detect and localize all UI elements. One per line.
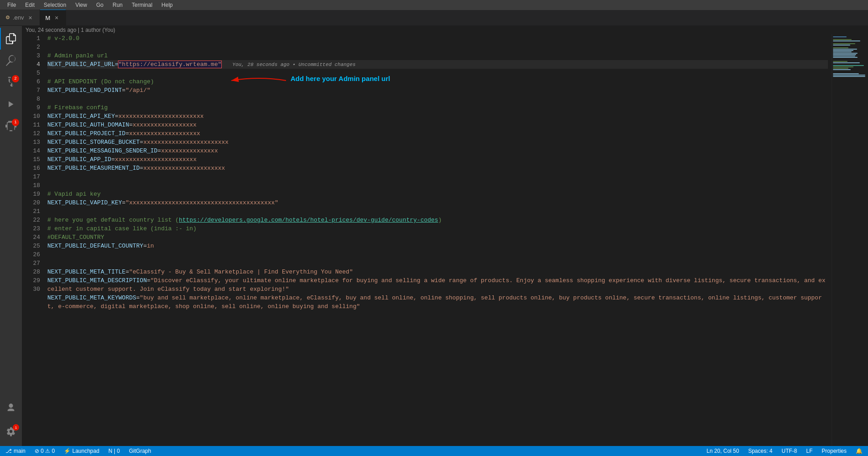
branch-label: main <box>14 448 26 454</box>
code-line[interactable]: NEXT_PUBLIC_API_KEY=xxxxxxxxxxxxxxxxxxxx… <box>47 112 828 121</box>
menu-terminal[interactable]: Terminal <box>128 1 156 9</box>
tab-env-label: .env <box>13 14 24 21</box>
code-line[interactable]: # API ENDPOINT (Do not change) <box>47 77 828 86</box>
gitgraph-label: GitGraph <box>129 448 151 454</box>
activity-bar: 2 1 1 <box>0 26 22 446</box>
activity-account[interactable] <box>0 397 22 419</box>
status-notifications[interactable]: 🔔 <box>854 446 864 456</box>
env-icon: ⚙ <box>5 15 10 20</box>
line-number: 21 <box>29 207 40 216</box>
status-launchpad[interactable]: ⚡ Launchpad <box>62 446 101 456</box>
code-line[interactable] <box>47 69 828 77</box>
errors-label: ⊘ 0 ⚠ 0 <box>35 448 55 454</box>
tab-m-label: M <box>46 15 51 21</box>
minimap-content <box>832 34 868 79</box>
code-line[interactable]: NEXT_PUBLIC_AUTH_DOMAIN=xxxxxxxxxxxxxxxx… <box>47 121 828 129</box>
code-line[interactable]: NEXT_PUBLIC_MESSAGING_SENDER_ID=xxxxxxxx… <box>47 147 828 155</box>
code-line[interactable]: NEXT_PUBLIC_META_KEYWORDS="buy and sell … <box>47 294 828 311</box>
code-line[interactable]: # Vapid api key <box>47 190 828 198</box>
code-line[interactable]: # enter in capital case like (india :- i… <box>47 224 828 233</box>
activity-files[interactable] <box>0 28 22 50</box>
status-left: ⎇ main ⊘ 0 ⚠ 0 ⚡ Launchpad N | 0 GitGrap… <box>4 446 153 456</box>
line-number: 6 <box>29 77 40 86</box>
main-layout: 2 1 1 You, 24 seconds ago | 1 author (Yo… <box>0 26 868 446</box>
tab-env[interactable]: ⚙ .env × <box>0 10 40 25</box>
status-errors[interactable]: ⊘ 0 ⚠ 0 <box>33 446 56 456</box>
tab-m-close[interactable]: × <box>53 14 60 21</box>
menu-help[interactable]: Help <box>158 1 177 9</box>
activity-settings[interactable]: 1 <box>0 421 22 442</box>
line-number: 3 <box>29 51 40 60</box>
spaces-label: Spaces: 4 <box>748 448 772 454</box>
code-line[interactable] <box>47 250 828 259</box>
code-line[interactable]: NEXT_PUBLIC_META_TITLE="eClassify - Buy … <box>47 268 828 276</box>
code-line[interactable]: NEXT_PUBLIC_META_DESCRIPTION="Discover e… <box>47 276 828 294</box>
status-eol[interactable]: LF <box>804 446 814 456</box>
line-number: 22 <box>29 216 40 224</box>
activity-extensions[interactable]: 1 <box>0 115 22 137</box>
line-number: 13 <box>29 138 40 147</box>
code-line[interactable]: NEXT_PUBLIC_DEFAULT_COUNTRY=in <box>47 242 828 250</box>
status-gitgraph[interactable]: GitGraph <box>127 446 153 456</box>
position-label: Ln 20, Col 50 <box>707 448 739 454</box>
menu-edit[interactable]: Edit <box>21 1 38 9</box>
line-number: 10 <box>29 112 40 121</box>
code-line[interactable]: NEXT_PUBLIC_MEASUREMENT_ID=xxxxxxxxxxxxx… <box>47 164 828 172</box>
menu-run[interactable]: Run <box>109 1 126 9</box>
code-editor[interactable]: 1234567891011121314151617181920212223242… <box>22 34 832 446</box>
activity-run[interactable] <box>0 93 22 115</box>
line-number: 17 <box>29 172 40 181</box>
nio-label: N | 0 <box>108 448 120 454</box>
line-number: 25 <box>29 242 40 250</box>
menu-go[interactable]: Go <box>92 1 107 9</box>
code-line[interactable] <box>47 95 828 103</box>
eol-label: LF <box>806 448 812 454</box>
code-line[interactable]: NEXT_PUBLIC_VAPID_KEY="xxxxxxxxxxxxxxxxx… <box>47 198 828 207</box>
code-line[interactable] <box>47 207 828 216</box>
line-number: 15 <box>29 155 40 164</box>
code-line[interactable] <box>47 181 828 190</box>
status-language[interactable]: Properties <box>820 446 848 456</box>
code-line[interactable] <box>47 259 828 268</box>
status-encoding[interactable]: UTF-8 <box>780 446 799 456</box>
code-line[interactable]: #DEFAULT_COUNTRY <box>47 233 828 242</box>
code-line[interactable]: NEXT_PUBLIC_APP_ID=xxxxxxxxxxxxxxxxxxxxx… <box>47 155 828 164</box>
status-branch[interactable]: ⎇ main <box>4 446 27 456</box>
menu-selection[interactable]: Selection <box>40 1 70 9</box>
minimap[interactable] <box>832 34 868 446</box>
tab-env-close[interactable]: × <box>27 14 34 21</box>
menu-bar: File Edit Selection View Go Run Terminal… <box>0 0 868 10</box>
launchpad-label: ⚡ Launchpad <box>64 448 99 454</box>
editor-wrapper: 1234567891011121314151617181920212223242… <box>22 34 868 446</box>
code-line[interactable] <box>47 172 828 181</box>
info-bar: You, 24 seconds ago | 1 author (You) <box>22 26 868 34</box>
line-number: 14 <box>29 147 40 155</box>
status-position[interactable]: Ln 20, Col 50 <box>705 446 741 456</box>
code-line[interactable]: # here you get default country list (htt… <box>47 216 828 224</box>
activity-source-control[interactable]: 2 <box>0 71 22 93</box>
code-content[interactable]: # v-2.0.0# Admin panle urlNEXT_PUBLIC_AP… <box>44 34 832 446</box>
tab-m[interactable]: M × <box>40 10 66 25</box>
line-numbers: 1234567891011121314151617181920212223242… <box>22 34 44 446</box>
status-nio[interactable]: N | 0 <box>107 446 122 456</box>
line-number: 26 <box>29 250 40 259</box>
encoding-label: UTF-8 <box>781 448 797 454</box>
code-line[interactable]: NEXT_PUBLIC_END_POINT="/api/" <box>47 86 828 95</box>
notifications-icon: 🔔 <box>856 448 863 454</box>
code-line[interactable]: # v-2.0.0 <box>47 34 828 43</box>
extensions-badge: 1 <box>12 119 19 126</box>
line-number: 19 <box>29 190 40 198</box>
line-number: 12 <box>29 129 40 138</box>
menu-view[interactable]: View <box>71 1 91 9</box>
activity-search[interactable] <box>0 50 22 71</box>
code-line[interactable] <box>47 43 828 51</box>
status-spaces[interactable]: Spaces: 4 <box>746 446 774 456</box>
code-line[interactable]: NEXT_PUBLIC_STORAGE_BUCKET=xxxxxxxxxxxxx… <box>47 138 828 147</box>
line-number: 2 <box>29 43 40 51</box>
code-line[interactable]: # Admin panle url <box>47 51 828 60</box>
code-line[interactable]: NEXT_PUBLIC_API_URL="https://eclassify.w… <box>47 60 828 69</box>
code-line[interactable]: # Firebase config <box>47 103 828 112</box>
menu-file[interactable]: File <box>4 1 20 9</box>
line-number: 28 <box>29 268 40 276</box>
code-line[interactable]: NEXT_PUBLIC_PROJECT_ID=xxxxxxxxxxxxxxxxx… <box>47 129 828 138</box>
